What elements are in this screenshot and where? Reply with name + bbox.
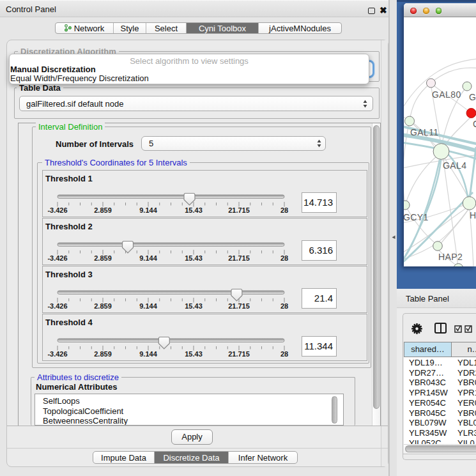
svg-text:21.715: 21.715 [228,206,250,214]
svg-text:2.859: 2.859 [94,302,112,310]
svg-text:GCY1: GCY1 [404,212,429,222]
svg-text:HAP2: HAP2 [438,252,463,262]
svg-text:-3.426: -3.426 [47,302,67,310]
svg-text:GA: GA [469,92,476,102]
svg-text:21.715: 21.715 [228,254,250,262]
svg-text:-3.426: -3.426 [47,206,67,214]
svg-text:H: H [470,210,476,220]
svg-text:GAL11: GAL11 [410,127,439,137]
svg-text:15.43: 15.43 [185,254,203,262]
svg-text:9.144: 9.144 [139,254,157,262]
svg-text:15.43: 15.43 [185,350,203,358]
svg-text:21.715: 21.715 [228,350,250,358]
svg-text:GAL80: GAL80 [432,89,461,100]
svg-text:21.715: 21.715 [228,302,250,310]
svg-text:15.43: 15.43 [185,302,203,310]
svg-text:C: C [473,119,476,129]
svg-text:GAL4: GAL4 [443,160,466,171]
svg-text:2.859: 2.859 [94,206,112,214]
svg-text:9.144: 9.144 [139,206,157,214]
svg-text:2.859: 2.859 [94,350,112,358]
svg-text:9.144: 9.144 [139,302,157,310]
svg-text:28: 28 [280,350,288,358]
svg-text:-3.426: -3.426 [47,350,67,358]
svg-text:28: 28 [280,206,288,214]
svg-text:15.43: 15.43 [185,206,203,214]
svg-text:28: 28 [280,302,288,310]
svg-text:28: 28 [280,254,288,262]
svg-text:-3.426: -3.426 [47,254,67,262]
svg-text:2.859: 2.859 [94,254,112,262]
svg-text:9.144: 9.144 [139,350,157,358]
